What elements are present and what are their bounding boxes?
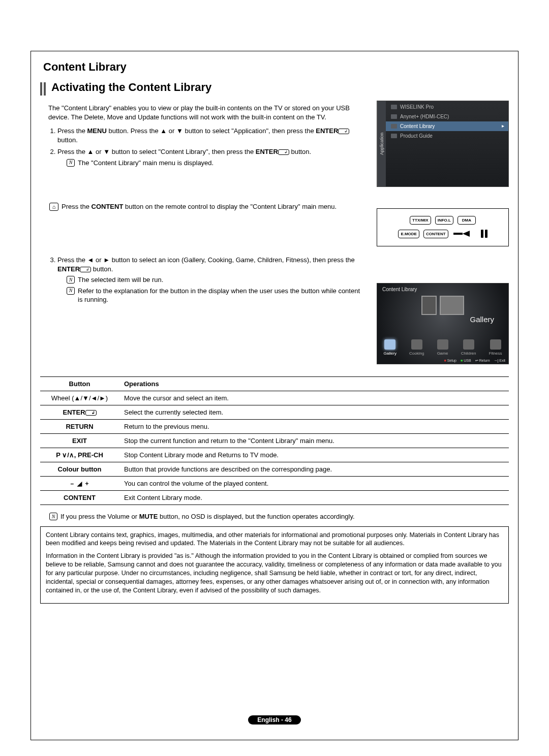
button-cell: Wheel (▲/▼/◄/►) [40,391,119,405]
arrow-icon [452,229,477,239]
steps-list-3: Press the ◄ or ► button to select an ico… [57,256,367,304]
step-1: Press the MENU button. Press the ▲ or ▼ … [57,127,367,144]
osd-item-wiselink: WISELINK Pro [386,102,508,112]
operation-cell: Stop the current function and return to … [119,434,509,448]
rc-btn-info: INFO.L [435,216,453,225]
table-row: P ∨/∧, PRE-CHStop Content Library mode a… [40,448,509,462]
enter-icon: ↲ [338,129,349,134]
gallery-icon-row: Gallery Cooking Game Children Fitness [377,339,508,356]
gallery-selected-label: Gallery [470,315,494,324]
button-cell: Colour button [40,462,119,477]
th-button: Button [40,377,119,391]
step-2: Press the ▲ or ▼ button to select "Conte… [57,147,367,167]
rc-btn-dma: DMA [458,216,476,225]
step-2-note: N The "Content Library" main menu is dis… [67,159,367,168]
table-row: ENTER↲Select the currently selected item… [40,405,509,420]
operation-cell: Select the currently selected item. [119,405,509,420]
disclaimer-p2: Information in the Content Library is pr… [46,552,503,594]
step-3-note-1: N The selected item will be run. [67,275,367,285]
rc-btn-content: CONTENT [423,230,448,238]
operation-cell: Exit Content Library mode. [119,491,509,505]
button-cell: EXIT [40,434,119,448]
enter-icon: ↲ [278,149,289,155]
rc-btn-ttxmix: TTX/MIX [410,216,431,225]
note-icon: N [67,159,75,167]
disclaimer-p1: Content Library contains text, graphics,… [46,531,503,548]
table-row: EXITStop the current function and return… [40,434,509,448]
pause-bars-icon [481,230,487,238]
bottom-note: N If you press the Volume or MUTE button… [49,512,509,521]
side-bars-icon [40,81,47,96]
operation-cell: Move the cursor and select an item. [119,391,509,405]
note-icon: N [49,513,57,520]
step-3-note-2: N Refer to the explanation for the butto… [67,287,367,304]
remote-note: ⌂ Press the CONTENT button on the remote… [49,202,367,211]
page-footer: English - 46 [40,715,509,724]
gallery-icon-gallery: Gallery [384,339,396,356]
operations-table: Button Operations Wheel (▲/▼/◄/►)Move th… [40,376,509,505]
table-row: CONTENTExit Content Library mode. [40,491,509,505]
table-row: Wheel (▲/▼/◄/►)Move the cursor and selec… [40,391,509,405]
step-3: Press the ◄ or ► button to select an ico… [57,256,367,304]
gallery-icon-cooking: Cooking [409,339,424,356]
disclaimer-box: Content Library contains text, graphics,… [40,526,509,604]
steps-list: Press the MENU button. Press the ▲ or ▼ … [57,127,367,167]
top-block: The "Content Library" enables you to vie… [40,101,509,187]
footer-pill: English - 46 [248,715,300,724]
gallery-icon-fitness: Fitness [489,339,502,356]
page-border: Content Library Activating the Content L… [30,51,518,740]
rc-btn-emode: E.MODE [398,230,419,238]
gallery-title: Content Library [382,287,417,292]
note-icon: N [67,287,75,295]
section-title: Content Library [40,60,509,74]
osd-application-menu: Application WISELINK Pro Anynet+ (HDMI-C… [377,101,509,187]
operation-cell: Return to the previous menu. [119,420,509,434]
gallery-icon-game: Game [437,339,448,356]
gallery-preview: Content Library Gallery Gallery Cooking … [377,283,509,364]
subsection-title: Activating the Content Library [51,81,211,96]
osd-item-product-guide: Product Guide [386,131,508,141]
table-row: RETURNReturn to the previous menu. [40,420,509,434]
remote-buttons-diagram: TTX/MIX INFO.L DMA E.MODE CONTENT [377,208,509,246]
remote-icon: ⌂ [49,203,58,211]
remote-block: ⌂ Press the CONTENT button on the remote… [40,200,509,246]
button-cell: ENTER↲ [40,405,119,420]
osd-item-content-library: Content Library [386,121,508,131]
button-cell: P ∨/∧, PRE-CH [40,448,119,462]
enter-icon: ↲ [80,267,91,272]
button-cell: CONTENT [40,491,119,505]
table-row: Colour buttonButton that provide functio… [40,462,509,477]
osd-list: WISELINK Pro Anynet+ (HDMI-CEC) Content … [386,101,508,186]
osd-tab-label: Application [377,101,386,186]
table-row: – ◢ +You can control the volume of the p… [40,477,509,491]
operation-cell: You can control the volume of the played… [119,477,509,491]
operation-cell: Button that provide functions are descri… [119,462,509,477]
gallery-footer: Setup USB Return Exit [444,359,505,363]
subsection-header: Activating the Content Library [40,81,509,96]
step3-block: Press the ◄ or ► button to select an ico… [40,256,509,364]
osd-item-anynet: Anynet+ (HDMI-CEC) [386,112,508,121]
enter-icon: ↲ [85,410,97,416]
gallery-center-thumbs [421,296,464,315]
operation-cell: Stop Content Library mode and Returns to… [119,448,509,462]
button-cell: – ◢ + [40,477,119,491]
intro-text: The "Content Library" enables you to vie… [48,104,367,121]
gallery-icon-children: Children [461,339,476,356]
th-operations: Operations [119,377,509,391]
button-cell: RETURN [40,420,119,434]
note-icon: N [67,276,75,284]
